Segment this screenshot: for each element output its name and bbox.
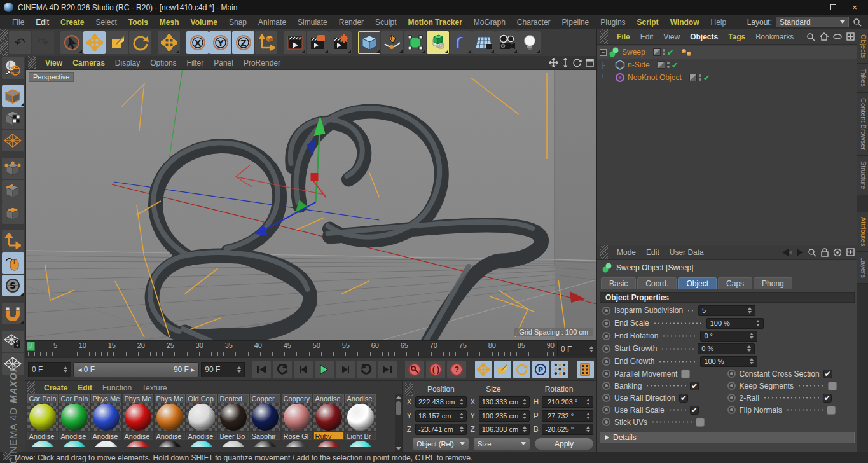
search-icon[interactable]: [808, 248, 816, 257]
panel-handle[interactable]: [405, 383, 413, 396]
points-mode-button[interactable]: [2, 158, 24, 179]
bend-deformer-button[interactable]: [450, 31, 472, 54]
menu-character[interactable]: Character: [511, 18, 556, 27]
flip-normals-checkbox[interactable]: [827, 406, 836, 415]
new-panel-icon[interactable]: [846, 248, 855, 256]
panel-handle[interactable]: [27, 381, 35, 394]
material-scrollbar[interactable]: [395, 394, 402, 452]
pan-view-icon[interactable]: [549, 58, 558, 67]
keyframe-radio-icon[interactable]: [727, 370, 736, 378]
material-item[interactable]: CopperyRose Gl: [281, 394, 312, 452]
scroll-up-icon[interactable]: [396, 396, 401, 399]
goto-start-button[interactable]: [252, 361, 271, 378]
render-picture-viewer-button[interactable]: [307, 31, 329, 54]
subdivision-surface-button[interactable]: [404, 31, 426, 54]
tab-objects[interactable]: Objects: [857, 29, 868, 64]
material-item[interactable]: Car PainAnodise: [59, 394, 90, 452]
material-preview[interactable]: [93, 404, 120, 431]
render-view-button[interactable]: [284, 31, 306, 54]
tab-caps[interactable]: Caps: [718, 277, 752, 289]
om-menu-bookmarks[interactable]: Bookmarks: [750, 32, 799, 41]
size-z-field[interactable]: 106.303 cm: [479, 424, 530, 435]
layer-square-icon[interactable]: [653, 48, 661, 56]
material-menu-edit[interactable]: Edit: [72, 384, 97, 392]
viewport-menu-prorender[interactable]: ProRender: [238, 59, 286, 67]
material-preview[interactable]: [284, 404, 310, 431]
keyframe-radio-icon[interactable]: [602, 370, 610, 378]
material-menu-texture[interactable]: Texture: [137, 384, 172, 392]
menu-select[interactable]: Select: [90, 18, 122, 27]
rotation-b-field[interactable]: -20.625 °: [542, 424, 593, 435]
history-forward-icon[interactable]: [797, 249, 803, 256]
frame-spinner[interactable]: 0 F: [557, 341, 596, 357]
workplane-lock-button[interactable]: [2, 331, 24, 352]
key-scale-button[interactable]: [494, 361, 511, 378]
visibility-dots-icon[interactable]: [663, 49, 665, 55]
search-icon[interactable]: [853, 18, 862, 27]
record-active-objects-button[interactable]: [405, 361, 424, 378]
details-expander[interactable]: Details: [600, 432, 855, 443]
menu-sculpt[interactable]: Sculpt: [369, 18, 402, 27]
tweak-mode-button[interactable]: [2, 252, 24, 274]
live-selection-button[interactable]: [60, 31, 83, 54]
om-menu-objects[interactable]: Objects: [685, 32, 723, 41]
undo-button[interactable]: ↶: [9, 31, 31, 54]
tab-phong[interactable]: Phong: [754, 277, 792, 289]
keyframe-radio-icon[interactable]: [602, 319, 610, 328]
size-mode-dropdown[interactable]: Size: [474, 438, 530, 450]
polygons-mode-button[interactable]: [2, 202, 24, 224]
menu-window[interactable]: Window: [665, 18, 705, 27]
om-menu-tags[interactable]: Tags: [723, 32, 750, 41]
new-panel-icon[interactable]: [846, 32, 855, 41]
position-z-field[interactable]: -23.741 cm: [415, 424, 467, 435]
keyframe-radio-icon[interactable]: [602, 307, 610, 315]
lock-icon[interactable]: [821, 248, 829, 257]
menu-create[interactable]: Create: [55, 18, 90, 27]
keyframe-selection-button[interactable]: ?: [447, 361, 466, 378]
maximize-button[interactable]: [823, 1, 843, 13]
panel-handle[interactable]: [600, 29, 608, 44]
object-row-nside[interactable]: ├ n-Side ✔: [597, 59, 857, 71]
om-menu-file[interactable]: File: [612, 32, 635, 41]
scrollbar-thumb[interactable]: [396, 401, 401, 415]
coord-mode-dropdown[interactable]: Object (Rel): [413, 438, 469, 450]
viewport-menu-filter[interactable]: Filter: [182, 59, 209, 67]
previous-key-button[interactable]: [273, 361, 292, 378]
keyframe-radio-icon[interactable]: [727, 382, 736, 390]
coordinate-system-button[interactable]: [255, 31, 277, 54]
keyframe-radio-icon[interactable]: [602, 394, 610, 402]
isoparm-subdivision-input[interactable]: 5: [698, 305, 755, 316]
object-row-sweep[interactable]: − Sweep ✔: [597, 46, 857, 59]
use-rail-direction-checkbox[interactable]: ✔: [679, 394, 688, 403]
keyframe-radio-icon[interactable]: [602, 332, 610, 340]
axis-mode-button[interactable]: [2, 230, 24, 252]
previous-frame-button[interactable]: [294, 361, 313, 378]
rotate-button[interactable]: [129, 31, 151, 54]
key-point-level-button[interactable]: [551, 361, 568, 378]
keyframe-radio-icon[interactable]: [602, 418, 610, 426]
am-menu-userdata[interactable]: User Data: [665, 248, 709, 257]
object-name[interactable]: NeoKnot Object: [628, 73, 682, 82]
view-label[interactable]: Perspective: [29, 72, 74, 82]
redo-button[interactable]: ↷: [32, 31, 54, 54]
use-rail-scale-checkbox[interactable]: ✔: [690, 406, 699, 415]
preview-range-slider[interactable]: ◂ 0 F 90 F ▸: [73, 362, 199, 377]
visibility-dots-icon[interactable]: [699, 74, 701, 81]
menu-motion-tracker[interactable]: Motion Tracker: [402, 18, 467, 27]
current-frame-field[interactable]: 0 F: [28, 362, 71, 377]
rotation-h-field[interactable]: -210.203 °: [542, 396, 593, 408]
two-rail-checkbox[interactable]: ✔: [823, 394, 832, 403]
menu-script[interactable]: Script: [631, 18, 665, 27]
menu-file[interactable]: File: [6, 18, 30, 27]
tab-object[interactable]: Object: [678, 277, 717, 289]
menu-tools[interactable]: Tools: [123, 18, 154, 27]
keyframe-radio-icon[interactable]: [727, 406, 736, 414]
material-item[interactable]: Phys MeAnodise: [122, 394, 153, 452]
keep-segments-checkbox[interactable]: [828, 382, 837, 390]
material-item[interactable]: Old CopAnodise: [186, 394, 217, 452]
end-growth-input[interactable]: 100 %: [700, 356, 757, 367]
keyframe-radio-icon[interactable]: [602, 382, 610, 390]
camera-button[interactable]: [495, 31, 518, 54]
layer-square-icon[interactable]: [658, 61, 665, 69]
material-preview[interactable]: [347, 404, 374, 431]
